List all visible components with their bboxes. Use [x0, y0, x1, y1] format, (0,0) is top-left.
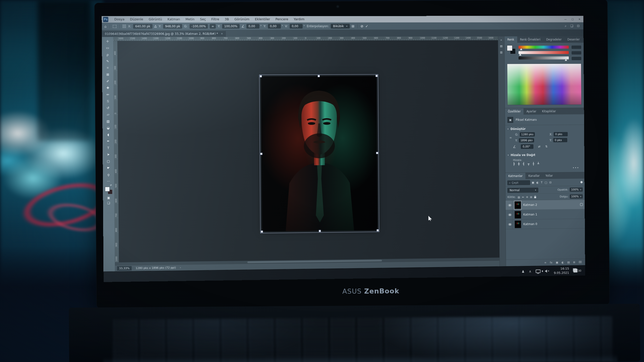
brightness-value-field[interactable]	[572, 57, 581, 60]
type-tool[interactable]: T	[103, 145, 114, 151]
tab-renk-ornekleri[interactable]: Renk Örnekleri	[517, 36, 543, 43]
display-tray-icon[interactable]	[536, 269, 540, 273]
delta-toggle-icon[interactable]: Δ	[154, 24, 157, 28]
visibility-eye-icon[interactable]	[508, 223, 512, 225]
options-bar-icon[interactable]: ❏	[570, 24, 573, 28]
foreground-color-swatch[interactable]	[105, 187, 110, 191]
flip-horizontal-icon[interactable]: ⇄	[538, 145, 540, 148]
h-skew-field[interactable]: 0,00	[268, 24, 281, 28]
layer-thumbnail[interactable]	[514, 211, 521, 218]
collapse-panels-icon[interactable]: »	[500, 38, 502, 42]
quick-mask-icon[interactable]: ▣	[107, 196, 110, 199]
blend-mode-select[interactable]: Normal ▾	[507, 188, 538, 193]
warp-mode-icon[interactable]: ⊞	[351, 24, 354, 28]
layer-row[interactable]: Katman 1	[506, 209, 585, 219]
menu-item[interactable]: Görünüm	[232, 16, 252, 23]
options-bar-icon[interactable]: ⌕	[565, 24, 567, 28]
menu-item[interactable]: Filtre	[209, 16, 222, 23]
align-button[interactable]: ┳	[528, 162, 529, 166]
layer-row[interactable]: Katman 0	[506, 219, 585, 230]
tab-yollar[interactable]: Yollar	[543, 172, 556, 179]
history-brush-tool[interactable]: ↺	[102, 105, 114, 111]
transform-tool-icon[interactable]	[113, 25, 116, 28]
layer-group-icon[interactable]: ▤	[567, 261, 570, 264]
document-canvas[interactable]	[261, 76, 378, 232]
more-options-icon[interactable]: •••	[505, 166, 584, 173]
transform-handle[interactable]	[377, 229, 379, 232]
menu-item[interactable]: Dosya	[111, 16, 127, 23]
quick-selection-tool[interactable]: ✎	[102, 58, 113, 65]
tab-kitapliklar[interactable]: Kitaplıklar	[539, 108, 559, 115]
v-skew-field[interactable]: 0,00	[290, 24, 303, 28]
transform-handle[interactable]	[260, 153, 262, 155]
brightness-slider[interactable]	[518, 56, 569, 59]
align-button[interactable]: ┫	[523, 162, 525, 166]
tab-renk[interactable]: Renk	[504, 36, 517, 43]
photoshop-logo-icon[interactable]: Ps	[103, 17, 108, 22]
eyedropper-tool[interactable]: ✐	[102, 78, 113, 85]
width-scale-field[interactable]: -100,00%	[189, 24, 208, 28]
lock-pixels-icon[interactable]: ✏	[522, 196, 524, 199]
healing-brush-tool[interactable]: ✚	[102, 84, 113, 91]
menu-item[interactable]: Yardım	[291, 16, 307, 23]
interpolation-select[interactable]: Bikübik ▾	[331, 24, 349, 28]
frame-tool[interactable]: ⊠	[102, 71, 113, 78]
y-field[interactable]: 0 pks	[553, 138, 567, 142]
color-picker-gradient[interactable]	[507, 64, 582, 105]
fill-select[interactable]: 100% ▾	[570, 194, 583, 199]
align-button[interactable]: ╋	[518, 162, 520, 166]
align-button[interactable]: ┣	[513, 162, 515, 166]
rectangle-tool[interactable]: ▢	[103, 158, 114, 165]
people-tray-icon[interactable]: ♟	[521, 269, 525, 273]
tab-degradeler[interactable]: Degradeler	[543, 36, 565, 43]
lock-transparent-icon[interactable]: ▨	[518, 196, 520, 199]
link-dimensions-icon[interactable]: ∞	[509, 136, 513, 139]
y-position-field[interactable]: 948,00 pk	[163, 24, 182, 28]
status-chevron-icon[interactable]: ›	[180, 266, 181, 269]
swap-colors-icon[interactable]: ⇄	[110, 184, 112, 186]
hue-value-field[interactable]	[572, 46, 581, 49]
zoom-tool[interactable]: ϙ	[103, 171, 114, 178]
canvas-area[interactable]	[117, 40, 499, 262]
path-selection-tool[interactable]: ➤	[103, 151, 114, 158]
menu-item[interactable]: Görüntü	[146, 16, 165, 23]
info-panel-icon[interactable]: ▥	[500, 51, 503, 54]
rotate-angle-field[interactable]: 0,00	[247, 24, 259, 28]
height-scale-field[interactable]: 100,00%	[222, 24, 239, 28]
menu-item[interactable]: Katman	[165, 16, 183, 23]
height-field[interactable]: 1896 pks	[519, 138, 534, 143]
move-tool[interactable]: ✛	[102, 38, 113, 45]
filter-type-layers-icon[interactable]: T	[541, 181, 543, 184]
x-field[interactable]: 0 pks	[554, 132, 568, 136]
delete-layer-icon[interactable]: ⌧	[579, 260, 582, 264]
layer-thumbnail[interactable]	[515, 220, 521, 228]
saturation-slider[interactable]	[518, 51, 569, 54]
rotation-field[interactable]: 0,00°	[521, 144, 533, 149]
link-layers-icon[interactable]: ∞	[544, 261, 547, 264]
layer-thumbnail[interactable]	[514, 201, 521, 209]
lock-artboard-icon[interactable]: ⊞	[530, 195, 532, 198]
taskbar-clock[interactable]: 16:15 9.05.2021	[554, 267, 569, 275]
lasso-tool[interactable]: ρ	[102, 51, 113, 58]
menu-item[interactable]: Düzenle	[127, 16, 146, 23]
menu-item[interactable]: Eklentiler	[252, 16, 273, 23]
new-layer-icon[interactable]: ⊞	[573, 260, 575, 264]
link-dimensions-icon[interactable]: ∞	[210, 24, 216, 28]
brush-tool[interactable]: ✏	[102, 91, 113, 98]
transform-handle[interactable]	[261, 231, 263, 233]
filter-pixel-layers-icon[interactable]: ▣	[532, 181, 534, 184]
align-button[interactable]: ┻	[537, 162, 539, 165]
hidden-icons-chevron[interactable]: ∧	[529, 269, 531, 273]
foreground-background-swatches[interactable]	[105, 187, 112, 194]
transform-handle[interactable]	[376, 75, 378, 77]
clone-stamp-tool[interactable]: ⍂	[102, 98, 114, 105]
adjustment-layer-icon[interactable]: ◐	[561, 261, 564, 264]
tab-kanallar[interactable]: Kanallar	[526, 172, 543, 179]
window-control-button[interactable]: ✕	[579, 18, 581, 21]
filter-shape-layers-icon[interactable]: ▢	[545, 181, 547, 184]
muted-speaker-icon[interactable]: ✕	[545, 269, 550, 273]
visibility-eye-icon[interactable]	[508, 204, 511, 206]
transform-handle[interactable]	[319, 230, 321, 232]
visibility-eye-icon[interactable]	[508, 214, 512, 216]
notification-center-icon[interactable]: 30	[573, 269, 581, 273]
